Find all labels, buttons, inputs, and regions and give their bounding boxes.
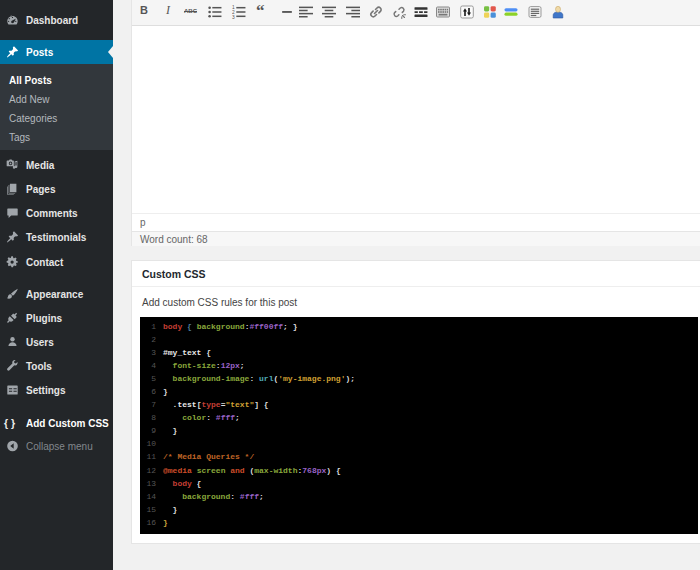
svg-text:3: 3 [232,15,235,19]
